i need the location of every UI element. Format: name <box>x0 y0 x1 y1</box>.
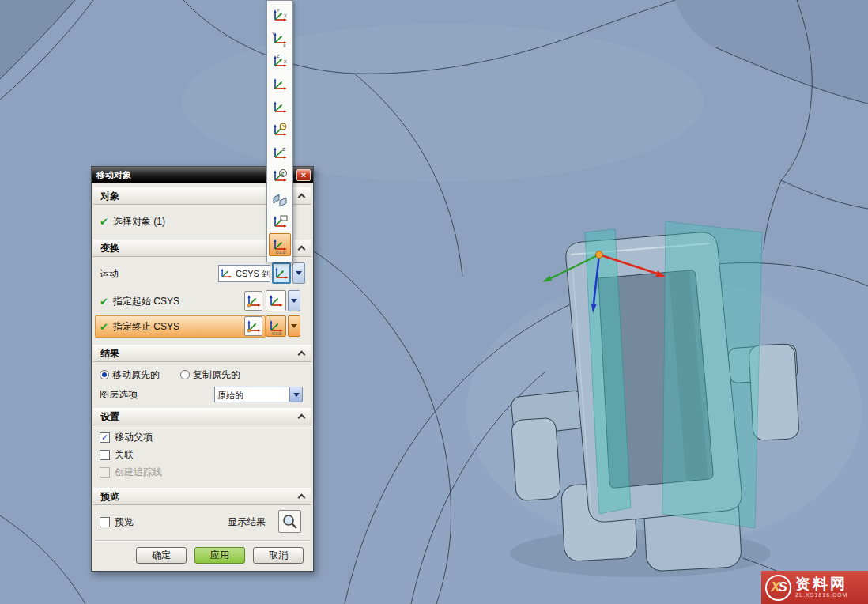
section-result-label: 结果 <box>100 347 299 361</box>
copy-original-label: 复制原先的 <box>193 368 240 382</box>
check-icon: ✔ <box>100 216 108 228</box>
trace-row: 创建追踪线 <box>92 464 311 480</box>
ok-button[interactable]: 确定 <box>136 547 187 564</box>
csys-dialog-icon <box>245 318 262 335</box>
apply-button[interactable]: 应用 <box>194 547 245 564</box>
motion-row: 运动 CSYS 到 <box>92 262 311 285</box>
check-icon: ✔ <box>100 321 108 333</box>
check-icon: ✔ <box>100 296 108 308</box>
csys-origin-xpoint-ypoint-icon[interactable]: YX <box>269 27 291 50</box>
magnifier-icon <box>281 513 299 530</box>
csys-origin-handle <box>596 251 603 259</box>
start-csys-options-arrow[interactable] <box>288 290 300 311</box>
copy-original-radio[interactable] <box>180 370 190 379</box>
start-csys-row[interactable]: ✔ 指定起始 CSYS <box>92 289 311 314</box>
csys-dynamic-icon[interactable] <box>269 119 291 142</box>
layer-option-value: 原始的 <box>215 387 289 402</box>
csys-to-csys-icon <box>219 266 233 281</box>
motion-value: CSYS 到 <box>233 266 270 281</box>
csys-toolbar: YXYXZXZZ(0,0,0) <box>266 0 293 262</box>
svg-text:Z: Z <box>282 147 285 152</box>
collapse-chevron-icon[interactable] <box>298 414 306 422</box>
csys-icon: (0,0,0) <box>267 318 285 335</box>
move-parent-row: ✓ 移动父项 <box>92 429 311 445</box>
svg-text:X: X <box>283 43 286 47</box>
svg-text:Y: Y <box>272 31 275 36</box>
application-window: XS 资料网 ZL.XS1616.COM 移动对象 × 对象 ✔ 选择对象 (1… <box>0 0 868 604</box>
csys-dialog-icon <box>245 293 262 310</box>
show-result-label: 显示结果 <box>228 515 266 529</box>
move-original-label: 移动原先的 <box>112 368 160 382</box>
svg-text:Y: Y <box>277 8 280 13</box>
end-csys-method-button[interactable]: (0,0,0) <box>266 315 286 337</box>
motion-dropdown[interactable]: CSYS 到 <box>218 265 270 282</box>
trace-checkbox <box>100 467 110 478</box>
motion-options-arrow[interactable] <box>292 262 305 284</box>
end-csys-dialog-button[interactable] <box>244 316 262 336</box>
csys-inferred-icon[interactable]: YX <box>269 4 291 27</box>
footer-divider <box>95 540 310 542</box>
motion-csys-button[interactable] <box>272 262 291 284</box>
footer-buttons: 确定 应用 取消 <box>92 547 313 564</box>
collapse-chevron-icon[interactable] <box>298 194 306 202</box>
associative-row: 关联 <box>92 447 311 462</box>
section-preview-label: 预览 <box>100 490 299 504</box>
watermark-subtitle: ZL.XS1616.COM <box>795 592 847 598</box>
preview-checkbox[interactable] <box>100 517 110 527</box>
datum-planes[interactable] <box>585 221 762 528</box>
layer-option-row: 图层选项 原始的 <box>92 385 311 404</box>
end-csys-options-arrow[interactable] <box>288 315 300 337</box>
svg-text:X: X <box>284 13 287 18</box>
move-original-radio[interactable] <box>100 370 109 379</box>
point-dialog-icon[interactable]: Z <box>269 164 291 187</box>
associative-label: 关联 <box>115 448 134 462</box>
csys-zaxis-xaxis-icon[interactable]: ZX <box>269 50 291 73</box>
csys-offset-icon[interactable]: Z <box>269 142 291 164</box>
csys-xaxis-yaxis-icon[interactable] <box>269 73 291 96</box>
watermark-title: 资料网 <box>795 576 847 592</box>
show-result-button[interactable] <box>278 510 301 533</box>
svg-text:X: X <box>284 59 287 64</box>
collapse-chevron-icon[interactable] <box>298 494 306 502</box>
collapse-chevron-icon[interactable] <box>298 246 306 254</box>
datum-plane-right <box>662 221 762 528</box>
collapse-chevron-icon[interactable] <box>298 351 306 359</box>
svg-text:Z: Z <box>277 54 280 59</box>
layer-option-label: 图层选项 <box>100 388 138 402</box>
preview-label: 预览 <box>115 515 134 529</box>
section-settings-label: 设置 <box>100 410 299 424</box>
motion-label: 运动 <box>100 267 119 281</box>
csys-axes-icon[interactable] <box>269 96 291 119</box>
csys-current-view-icon[interactable] <box>269 210 291 233</box>
section-settings[interactable]: 设置 <box>93 408 311 425</box>
result-radio-row: 移动原先的 复制原先的 <box>92 366 311 383</box>
watermark: XS 资料网 ZL.XS1616.COM <box>761 571 868 604</box>
move-parent-label: 移动父项 <box>115 431 153 444</box>
svg-text:Z: Z <box>281 171 285 176</box>
end-csys-label: 指定终止 CSYS <box>113 320 179 334</box>
start-csys-label: 指定起始 CSYS <box>113 295 179 308</box>
csys-icon <box>267 293 285 310</box>
end-csys-row[interactable]: ✔ 指定终止 CSYS (0,0,0) <box>92 314 311 339</box>
move-parent-checkbox[interactable]: ✓ <box>100 432 110 443</box>
dropdown-arrow-icon[interactable] <box>289 387 302 402</box>
section-result[interactable]: 结果 <box>93 345 311 362</box>
svg-text:(0,0,0): (0,0,0) <box>276 250 287 254</box>
csys-dialog-icon[interactable]: (0,0,0) <box>269 233 291 256</box>
layer-option-dropdown[interactable]: 原始的 <box>214 387 303 402</box>
csys-plane-axis-icon[interactable] <box>269 187 291 210</box>
watermark-logo-icon: XS <box>765 575 791 601</box>
cancel-button[interactable]: 取消 <box>253 547 304 564</box>
select-object-label: 选择对象 (1) <box>113 215 165 228</box>
trace-label: 创建追踪线 <box>115 466 162 479</box>
preview-row: 预览 显示结果 <box>92 508 311 535</box>
start-csys-dialog-button[interactable] <box>244 291 262 311</box>
associative-checkbox[interactable] <box>100 450 110 460</box>
svg-text:(0,0,0): (0,0,0) <box>272 331 283 335</box>
section-preview[interactable]: 预览 <box>93 488 311 505</box>
start-csys-method-button[interactable] <box>266 290 286 311</box>
close-icon[interactable]: × <box>296 169 311 181</box>
csys-icon <box>273 265 290 282</box>
